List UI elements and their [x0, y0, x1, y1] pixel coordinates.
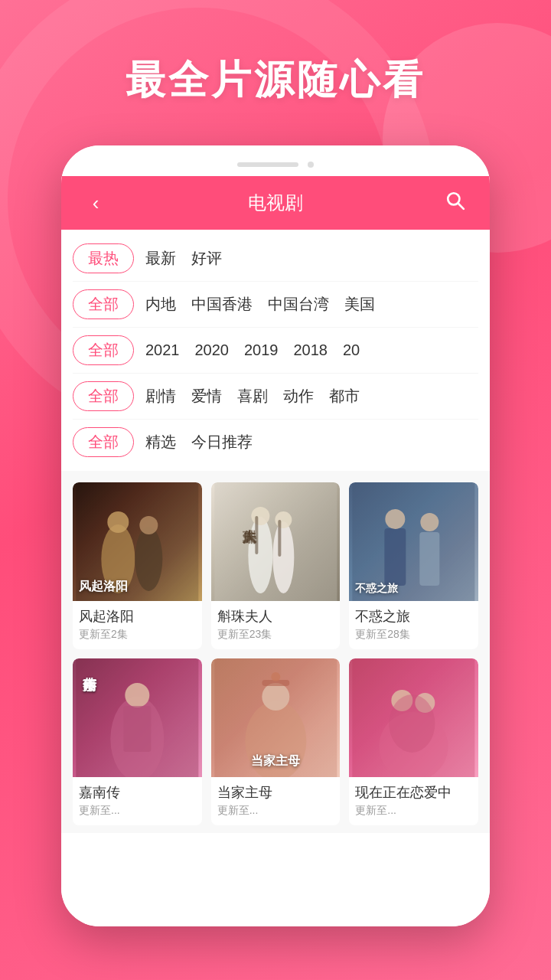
drama-info-2: 斛珠夫人 更新至23集 [211, 601, 341, 649]
filter-option-romance[interactable]: 爱情 [191, 386, 222, 407]
drama-name-3: 不惑之旅 [355, 607, 472, 626]
drama-poster-6 [349, 658, 478, 777]
svg-point-27 [271, 672, 280, 681]
notch-bar [237, 162, 298, 167]
svg-rect-15 [385, 528, 406, 586]
poster-title-3: 不惑之旅 [355, 581, 398, 595]
svg-point-16 [386, 509, 406, 529]
filter-option-20x[interactable]: 20 [343, 341, 360, 359]
drama-update-6: 更新至... [355, 804, 472, 818]
filter-option-2020[interactable]: 2020 [195, 341, 230, 359]
drama-poster-3: 不惑之旅 [349, 482, 478, 601]
filter-option-urban[interactable]: 都市 [329, 386, 360, 407]
drama-update-2: 更新至23集 [217, 628, 334, 642]
filter-option-comedy[interactable]: 喜剧 [237, 386, 268, 407]
drama-info-5: 当家主母 更新至... [211, 777, 341, 825]
filters-container: 最热 最新 好评 全部 内地 中国香港 中国台湾 美国 全部 [61, 230, 490, 471]
filter-option-rated[interactable]: 好评 [191, 248, 222, 269]
filter-active-2[interactable]: 全部 [73, 289, 134, 319]
svg-point-10 [272, 521, 294, 593]
search-button[interactable] [440, 191, 471, 215]
svg-point-8 [248, 517, 272, 593]
svg-rect-17 [420, 532, 440, 586]
drama-name-1: 风起洛阳 [79, 607, 196, 626]
drama-update-3: 更新至28集 [355, 628, 472, 642]
drama-info-3: 不惑之旅 更新至28集 [349, 601, 478, 649]
drama-card-6[interactable]: 现在正在恋爱中 更新至... [349, 658, 478, 825]
filter-row-4: 全部 剧情 爱情 喜剧 动作 都市 [73, 374, 478, 420]
drama-poster-4: 嘉南传 [73, 658, 202, 777]
svg-point-11 [275, 511, 292, 528]
filter-option-hk[interactable]: 中国香港 [191, 294, 253, 315]
filter-row-2: 全部 内地 中国香港 中国台湾 美国 [73, 282, 478, 328]
poster-title-1: 风起洛阳 [79, 579, 128, 595]
filter-option-2018[interactable]: 2018 [294, 341, 328, 359]
drama-info-4: 嘉南传 更新至... [73, 777, 202, 825]
filter-options-2: 内地 中国香港 中国台湾 美国 [145, 294, 478, 315]
filter-active-4[interactable]: 全部 [73, 381, 134, 411]
phone-notch [61, 145, 490, 176]
drama-update-4: 更新至... [79, 804, 196, 818]
header-title: 电视剧 [248, 191, 303, 215]
svg-point-5 [135, 527, 162, 591]
drama-card-2[interactable]: 斛珠夫人 斛珠夫人 更新至23集 [211, 482, 341, 649]
app-content: ‹ 电视剧 最热 最新 好评 全部 [61, 176, 490, 926]
svg-point-25 [262, 683, 289, 710]
filter-active-1[interactable]: 最热 [73, 243, 134, 273]
drama-name-6: 现在正在恋爱中 [355, 783, 472, 802]
drama-card-3[interactable]: 不惑之旅 不惑之旅 更新至28集 [349, 482, 478, 649]
drama-card-4[interactable]: 嘉南传 嘉南传 更新至... [73, 658, 202, 825]
filter-option-drama[interactable]: 剧情 [145, 386, 176, 407]
filter-row-3: 全部 2021 2020 2019 2018 20 [73, 328, 478, 374]
filter-option-2019[interactable]: 2019 [244, 341, 279, 359]
svg-rect-12 [255, 516, 258, 554]
drama-card-1[interactable]: 风起洛阳 风起洛阳 更新至2集 [73, 482, 202, 649]
svg-point-4 [107, 511, 129, 533]
drama-update-5: 更新至... [217, 804, 334, 818]
drama-info-6: 现在正在恋爱中 更新至... [349, 777, 478, 825]
filter-option-today[interactable]: 今日推荐 [191, 432, 253, 452]
filter-active-3[interactable]: 全部 [73, 335, 134, 365]
filter-option-action[interactable]: 动作 [283, 386, 314, 407]
drama-poster-2: 斛珠夫人 [211, 482, 341, 601]
filter-options-1: 最新 好评 [145, 248, 478, 269]
drama-poster-5: 当家主母 [211, 658, 341, 777]
filter-active-5[interactable]: 全部 [73, 427, 134, 457]
svg-rect-13 [278, 520, 281, 557]
filter-option-2021[interactable]: 2021 [145, 341, 180, 359]
drama-update-1: 更新至2集 [79, 628, 196, 642]
filter-option-newest[interactable]: 最新 [145, 248, 176, 269]
drama-info-1: 风起洛阳 更新至2集 [73, 601, 202, 649]
filter-option-selected[interactable]: 精选 [145, 432, 176, 452]
svg-point-21 [125, 683, 149, 707]
phone-mockup: ‹ 电视剧 最热 最新 好评 全部 [61, 145, 490, 926]
drama-name-2: 斛珠夫人 [217, 607, 334, 626]
svg-rect-22 [123, 706, 151, 752]
filter-option-tw[interactable]: 中国台湾 [268, 294, 329, 315]
filter-option-mainland[interactable]: 内地 [145, 294, 176, 315]
drama-card-5[interactable]: 当家主母 当家主母 更新至... [211, 658, 341, 825]
drama-poster-1: 风起洛阳 [73, 482, 202, 601]
svg-point-32 [390, 694, 435, 753]
filter-options-4: 剧情 爱情 喜剧 动作 都市 [145, 386, 478, 407]
svg-point-18 [421, 513, 439, 531]
filter-row-1: 最热 最新 好评 [73, 236, 478, 282]
svg-line-1 [458, 204, 464, 209]
filter-options-5: 精选 今日推荐 [145, 432, 478, 452]
filter-options-3: 2021 2020 2019 2018 20 [145, 341, 478, 359]
back-button[interactable]: ‹ [80, 191, 111, 215]
svg-point-6 [139, 516, 158, 534]
drama-grid: 风起洛阳 风起洛阳 更新至2集 [61, 471, 490, 833]
main-title: 最全片源随心看 [0, 54, 551, 107]
filter-row-5: 全部 精选 今日推荐 [73, 420, 478, 465]
filter-option-us[interactable]: 美国 [344, 294, 375, 315]
drama-name-4: 嘉南传 [79, 783, 196, 802]
app-header: ‹ 电视剧 [61, 176, 490, 230]
drama-name-5: 当家主母 [217, 783, 334, 802]
notch-dot [308, 162, 314, 168]
svg-point-9 [251, 507, 269, 525]
